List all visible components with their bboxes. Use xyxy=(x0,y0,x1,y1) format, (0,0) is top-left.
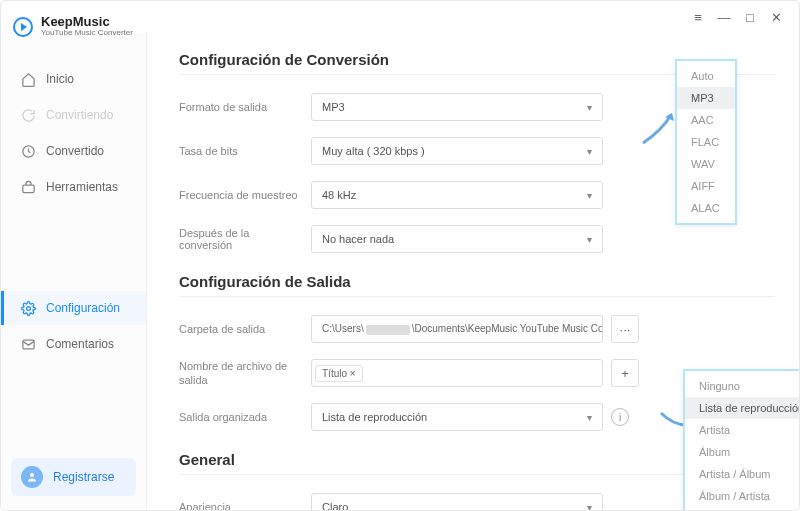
sidebar-item-convertido[interactable]: Convertido xyxy=(1,134,146,168)
sidebar-item-convirtiendo[interactable]: Convirtiendo xyxy=(1,98,146,132)
dropdown-option[interactable]: Ninguno xyxy=(685,375,799,397)
folder-path: C:\Users\\Documents\KeepMusic YouTube Mu… xyxy=(322,323,603,334)
dropdown-option[interactable]: AIFF xyxy=(677,175,735,197)
svg-point-4 xyxy=(30,473,34,477)
label-after-convert: Después de la conversión xyxy=(179,227,311,251)
divider xyxy=(179,296,775,297)
sidebar-item-label: Convertido xyxy=(46,144,104,158)
select-output-format[interactable]: MP3 ▾ xyxy=(311,93,603,121)
dropdown-option[interactable]: Auto xyxy=(677,65,735,87)
app-logo-icon xyxy=(13,17,33,37)
dropdown-option[interactable]: Lista de reproducción xyxy=(685,397,799,419)
dropdown-option[interactable]: MP3 xyxy=(677,87,735,109)
output-folder-input[interactable]: C:\Users\\Documents\KeepMusic YouTube Mu… xyxy=(311,315,603,343)
svg-rect-1 xyxy=(22,185,33,193)
info-icon[interactable]: i xyxy=(611,408,629,426)
chevron-down-icon: ▾ xyxy=(587,190,592,201)
chevron-down-icon: ▾ xyxy=(587,102,592,113)
sidebar-item-herramientas[interactable]: Herramientas xyxy=(1,170,146,204)
select-samplerate[interactable]: 48 kHz ▾ xyxy=(311,181,603,209)
sidebar-item-inicio[interactable]: Inicio xyxy=(1,62,146,96)
main-content: Configuración de Conversión Formato de s… xyxy=(147,33,799,510)
select-value: Muy alta ( 320 kbps ) xyxy=(322,145,425,157)
register-label: Registrarse xyxy=(53,470,114,484)
hamburger-menu-icon[interactable]: ≡ xyxy=(685,6,711,28)
register-button[interactable]: Registrarse xyxy=(11,458,136,496)
select-value: Claro xyxy=(322,501,348,510)
dropdown-option[interactable]: Artista xyxy=(685,419,799,441)
dropdown-option[interactable]: Artista / Álbum xyxy=(685,463,799,485)
sync-icon xyxy=(20,107,36,123)
label-format: Formato de salida xyxy=(179,101,311,113)
redacted-username xyxy=(366,325,410,335)
maximize-button[interactable]: □ xyxy=(737,6,763,28)
brand: KeepMusic YouTube Music Converter xyxy=(1,15,146,46)
label-organized: Salida organizada xyxy=(179,411,311,423)
minimize-button[interactable]: — xyxy=(711,6,737,28)
select-after-convert[interactable]: No hacer nada ▾ xyxy=(311,225,603,253)
dropdown-option[interactable]: Álbum xyxy=(685,441,799,463)
label-filename: Nombre de archivo de salida xyxy=(179,359,311,388)
sidebar-item-label: Herramientas xyxy=(46,180,118,194)
dropdown-organized-options: NingunoLista de reproducciónArtistaÁlbum… xyxy=(683,369,799,510)
gear-icon xyxy=(20,300,36,316)
sidebar: KeepMusic YouTube Music Converter Inicio… xyxy=(1,33,147,510)
sidebar-item-configuracion[interactable]: Configuración xyxy=(1,291,146,325)
label-bitrate: Tasa de bits xyxy=(179,145,311,157)
filename-tags-input[interactable]: Título × xyxy=(311,359,603,387)
sidebar-item-label: Comentarios xyxy=(46,337,114,351)
dropdown-option[interactable]: FLAC xyxy=(677,131,735,153)
envelope-icon xyxy=(20,336,36,352)
filename-tag-title[interactable]: Título × xyxy=(315,365,363,382)
add-tag-button[interactable]: + xyxy=(611,359,639,387)
chevron-down-icon: ▾ xyxy=(587,502,592,511)
close-button[interactable]: ✕ xyxy=(763,6,789,28)
nav-main: Inicio Convirtiendo Convertido Herramien… xyxy=(1,62,146,204)
home-icon xyxy=(20,71,36,87)
dropdown-option[interactable]: AAC xyxy=(677,109,735,131)
user-icon xyxy=(21,466,43,488)
sidebar-item-label: Configuración xyxy=(46,301,120,315)
select-value: Lista de reproducción xyxy=(322,411,427,423)
select-value: 48 kHz xyxy=(322,189,356,201)
chevron-down-icon: ▾ xyxy=(587,234,592,245)
label-samplerate: Frecuencia de muestreo xyxy=(179,189,311,201)
chevron-down-icon: ▾ xyxy=(587,146,592,157)
app-title: KeepMusic xyxy=(41,15,133,29)
dropdown-format-options: AutoMP3AACFLACWAVAIFFALAC xyxy=(675,59,737,225)
sidebar-item-label: Inicio xyxy=(46,72,74,86)
sidebar-item-comentarios[interactable]: Comentarios xyxy=(1,327,146,361)
dropdown-option[interactable]: Álbum / Artista xyxy=(685,485,799,507)
select-bitrate[interactable]: Muy alta ( 320 kbps ) ▾ xyxy=(311,137,603,165)
select-appearance[interactable]: Claro ▾ xyxy=(311,493,603,510)
select-organized-output[interactable]: Lista de reproducción ▾ xyxy=(311,403,603,431)
dropdown-option[interactable]: ALAC xyxy=(677,197,735,219)
select-value: No hacer nada xyxy=(322,233,394,245)
dropdown-option[interactable]: WAV xyxy=(677,153,735,175)
clock-icon xyxy=(20,143,36,159)
section-title-output: Configuración de Salida xyxy=(179,273,775,290)
svg-point-2 xyxy=(26,306,30,310)
app-subtitle: YouTube Music Converter xyxy=(41,29,133,38)
label-output-folder: Carpeta de salida xyxy=(179,323,311,335)
toolbox-icon xyxy=(20,179,36,195)
dropdown-option[interactable]: Lista de reproducción / Artista xyxy=(685,507,799,510)
browse-folder-button[interactable]: ··· xyxy=(611,315,639,343)
chevron-down-icon: ▾ xyxy=(587,412,592,423)
label-appearance: Apariencia xyxy=(179,501,311,510)
sidebar-item-label: Convirtiendo xyxy=(46,108,113,122)
select-value: MP3 xyxy=(322,101,345,113)
